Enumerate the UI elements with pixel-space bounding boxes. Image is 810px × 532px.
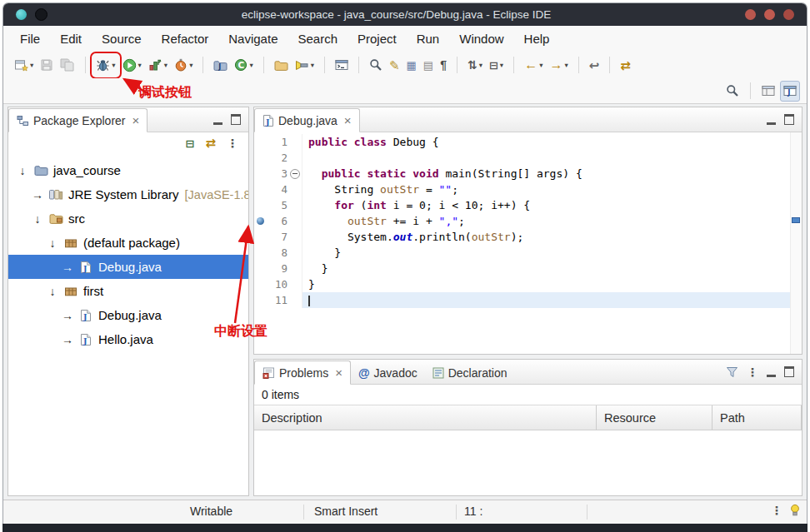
minimize-view-button[interactable] — [213, 115, 222, 125]
close-icon[interactable]: × — [335, 366, 342, 379]
code-line-11[interactable]: 11 — [254, 292, 802, 308]
last-edit-location-button[interactable]: ↩ — [587, 55, 602, 76]
menu-search[interactable]: Search — [288, 26, 348, 52]
breakpoint-gutter[interactable] — [254, 181, 266, 197]
code-line-5[interactable]: 5 for (int i = 0; i < 10; i++) { — [254, 197, 802, 213]
tab-package-explorer[interactable]: Package Explorer × — [8, 108, 148, 132]
tree-item-default-package[interactable]: ↓(default package) — [8, 231, 248, 255]
collapsed-arrow-icon[interactable]: → — [30, 188, 45, 201]
run-button[interactable]: ▾ — [120, 55, 144, 76]
tab-javadoc[interactable]: @Javadoc — [351, 361, 425, 384]
window-minimize-button[interactable] — [745, 9, 756, 20]
view-menu-button[interactable]: ⋮ — [227, 136, 238, 151]
save-all-button[interactable] — [58, 55, 78, 76]
window-control-teal-button[interactable] — [16, 9, 27, 20]
breakpoint-gutter[interactable] — [254, 134, 266, 150]
fold-collapse-icon[interactable] — [290, 169, 300, 179]
collapsed-arrow-icon[interactable]: → — [60, 309, 75, 322]
menu-run[interactable]: Run — [407, 26, 450, 52]
forward-button[interactable]: →▾ — [547, 55, 570, 76]
column-header-resource[interactable]: Resource — [597, 405, 712, 430]
dropdown-arrow-icon[interactable]: ▾ — [189, 61, 192, 69]
expanded-arrow-icon[interactable]: ↓ — [45, 236, 60, 250]
tree-item-java-course[interactable]: ↓java_course — [8, 158, 248, 182]
breakpoint-icon[interactable] — [257, 217, 264, 225]
dropdown-arrow-icon[interactable]: ▾ — [564, 61, 568, 69]
menu-help[interactable]: Help — [514, 26, 560, 52]
window-close-button[interactable] — [783, 9, 794, 20]
close-icon[interactable]: × — [344, 114, 352, 127]
debug-button[interactable]: ▾ — [93, 55, 118, 76]
breakpoint-gutter[interactable] — [254, 150, 266, 166]
link-with-editor-button[interactable]: ⇄ — [205, 136, 216, 151]
code-line-2[interactable]: 2 — [254, 150, 802, 166]
console-button[interactable] — [332, 55, 351, 76]
column-header-description[interactable]: Description — [254, 405, 597, 430]
tree-item-debug-java[interactable]: →JDebug.java — [8, 255, 248, 279]
show-annotations-button[interactable]: ▦ — [404, 55, 419, 76]
code-line-8[interactable]: 8 } — [254, 245, 802, 261]
save-button[interactable] — [38, 55, 56, 76]
dropdown-arrow-icon[interactable]: ▾ — [30, 61, 33, 69]
tree-item-first[interactable]: ↓first — [8, 279, 248, 303]
collapse-all-button[interactable]: ⊟ — [186, 136, 195, 151]
sort-button[interactable]: ⇅▾ — [465, 55, 485, 76]
show-source-button[interactable]: ▤ — [421, 55, 436, 76]
new-class-button[interactable]: C▾ — [232, 55, 255, 76]
breakpoint-gutter[interactable] — [254, 197, 266, 213]
view-menu-icon[interactable]: ⋮ — [747, 366, 758, 378]
collapsed-arrow-icon[interactable]: → — [60, 261, 75, 274]
dropdown-arrow-icon[interactable]: ▾ — [249, 61, 252, 69]
java-perspective-button[interactable]: J — [780, 81, 800, 102]
window-maximize-button[interactable] — [764, 9, 775, 20]
code-line-3[interactable]: 3 public static void main(String[] args)… — [254, 166, 802, 181]
tree-item-jre-system-library[interactable]: →JRE System Library[JavaSE-1.8] — [8, 182, 248, 206]
expanded-arrow-icon[interactable]: ↓ — [15, 164, 30, 177]
tab-declaration[interactable]: Declaration — [425, 361, 515, 384]
dropdown-arrow-icon[interactable]: ▾ — [112, 61, 115, 69]
coverage-button[interactable]: ▾ — [146, 55, 170, 76]
menu-project[interactable]: Project — [348, 26, 407, 52]
breakpoint-gutter[interactable] — [254, 229, 266, 245]
link-with-editor-button[interactable]: ⇄ — [618, 55, 633, 76]
dropdown-arrow-icon[interactable]: ▾ — [479, 61, 482, 69]
type-hierarchy-button[interactable]: ⊟▾ — [487, 55, 506, 76]
code-line-4[interactable]: 4 String outStr = ""; — [254, 181, 802, 197]
open-element-button[interactable] — [272, 55, 291, 76]
window-control-dark-button[interactable] — [35, 8, 48, 21]
lightbulb-icon[interactable] — [790, 504, 800, 516]
view-menu-icon[interactable]: ⋮ — [771, 505, 782, 516]
menu-source[interactable]: Source — [92, 26, 152, 52]
menu-navigate[interactable]: Navigate — [218, 26, 288, 52]
profile-button[interactable]: ▾ — [172, 55, 195, 76]
menu-refactor[interactable]: Refactor — [152, 26, 219, 52]
minimize-view-button[interactable] — [767, 367, 776, 377]
breakpoint-gutter[interactable] — [254, 276, 266, 292]
dropdown-arrow-icon[interactable]: ▾ — [500, 61, 503, 69]
back-button[interactable]: ←▾ — [522, 55, 545, 76]
code-line-10[interactable]: 10} — [254, 276, 802, 292]
filter-icon[interactable] — [726, 366, 738, 378]
tree-item-hello-java[interactable]: →JHello.java — [8, 327, 248, 351]
expanded-arrow-icon[interactable]: ↓ — [45, 285, 60, 298]
show-whitespace-button[interactable]: ¶ — [438, 55, 449, 76]
collapsed-arrow-icon[interactable]: → — [60, 333, 75, 346]
code-line-9[interactable]: 9 } — [254, 261, 802, 276]
minimize-view-button[interactable] — [767, 115, 776, 125]
new-button[interactable]: ▾ — [12, 55, 36, 76]
breakpoint-gutter[interactable] — [254, 261, 266, 276]
mark-occurrences-button[interactable]: ✎ — [387, 55, 402, 76]
maximize-view-button[interactable] — [784, 114, 794, 125]
tab-debug-java[interactable]: J Debug.java × — [254, 108, 360, 132]
maximize-view-button[interactable] — [784, 366, 794, 377]
close-icon[interactable]: × — [132, 114, 140, 127]
menu-file[interactable]: File — [10, 26, 50, 52]
open-perspective-button[interactable] — [759, 81, 778, 102]
dropdown-arrow-icon[interactable]: ▾ — [164, 61, 168, 69]
breakpoint-gutter[interactable] — [254, 166, 266, 181]
column-header-path[interactable]: Path — [712, 405, 802, 430]
dropdown-arrow-icon[interactable]: ▾ — [311, 61, 314, 69]
dropdown-arrow-icon[interactable]: ▾ — [138, 61, 142, 69]
code-line-6[interactable]: 6 outStr += i + ","; — [254, 213, 802, 229]
tree-item-src[interactable]: ↓src — [8, 206, 248, 231]
